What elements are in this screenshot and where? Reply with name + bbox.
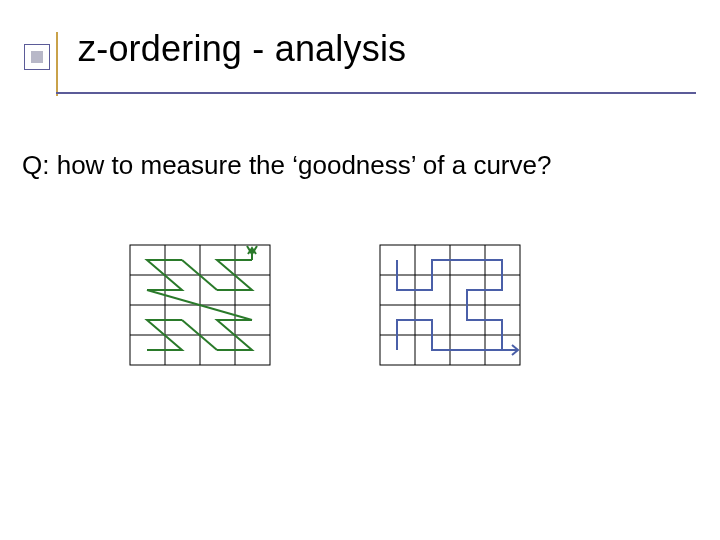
title-row: z-ordering - analysis [0, 22, 720, 72]
slide-body-text: Q: how to measure the ‘goodness’ of a cu… [22, 150, 551, 181]
figures-row [0, 240, 720, 440]
title-underline [56, 92, 696, 94]
figure-hilbert-curve [370, 240, 530, 370]
slide: z-ordering - analysis Q: how to measure … [0, 0, 720, 540]
title-vertical-rule [56, 32, 58, 96]
title-bullet-icon [24, 44, 50, 70]
figure-z-curve [120, 240, 280, 370]
slide-title: z-ordering - analysis [78, 28, 406, 70]
